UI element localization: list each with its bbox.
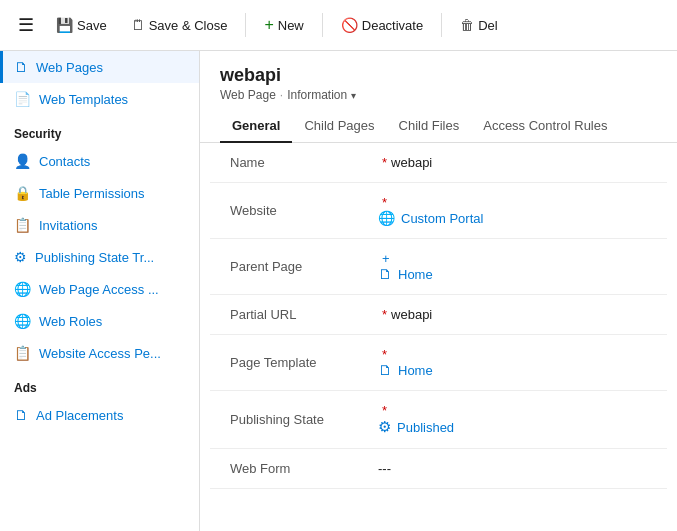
- sidebar-item-web-templates[interactable]: 📄Web Templates: [0, 83, 199, 115]
- tabs-bar: GeneralChild PagesChild FilesAccess Cont…: [200, 110, 677, 143]
- contacts-icon: 👤: [14, 153, 31, 169]
- deactivate-button[interactable]: 🚫 Deactivate: [331, 12, 433, 38]
- publishing-state-label: Publishing State Tr...: [35, 250, 154, 265]
- form-value-cell: *⚙Published: [370, 391, 667, 449]
- published-text: Published: [397, 420, 454, 435]
- required-indicator: *: [382, 195, 387, 210]
- web-pages-icon: 🗋: [14, 59, 28, 75]
- form-value-cell: *🗋Home: [370, 335, 667, 391]
- save-close-button[interactable]: 🗒 Save & Close: [121, 12, 238, 38]
- sidebar-item-invitations[interactable]: 📋Invitations: [0, 209, 199, 241]
- form-value-cell: *webapi: [370, 295, 667, 335]
- sidebar: 🗋Web Pages📄Web TemplatesSecurity👤Contact…: [0, 51, 200, 531]
- sidebar-item-web-page-access[interactable]: 🌐Web Page Access ...: [0, 273, 199, 305]
- required-indicator: *: [382, 155, 387, 170]
- ad-placements-label: Ad Placements: [36, 408, 123, 423]
- toolbar-divider-3: [441, 13, 442, 37]
- field-link-text: Home: [398, 267, 433, 282]
- web-page-access-icon: 🌐: [14, 281, 31, 297]
- save-close-icon: 🗒: [131, 17, 145, 33]
- tab-child-pages[interactable]: Child Pages: [292, 110, 386, 143]
- invitations-label: Invitations: [39, 218, 98, 233]
- toolbar-divider-2: [322, 13, 323, 37]
- form-label: Web Form: [210, 449, 370, 489]
- field-link-icon: 🌐: [378, 210, 395, 226]
- form-area: Name *webapi Website *🌐Custom Portal Par…: [200, 143, 677, 531]
- sidebar-section-ads: Ads: [0, 369, 199, 399]
- sidebar-item-ad-placements[interactable]: 🗋Ad Placements: [0, 399, 199, 431]
- delete-button[interactable]: 🗑 Del: [450, 12, 508, 38]
- form-row-page-template: Page Template *🗋Home: [210, 335, 667, 391]
- breadcrumb: Web Page · Information ▾: [220, 88, 657, 102]
- chevron-down-icon: ▾: [351, 90, 356, 101]
- required-indicator: +: [382, 251, 390, 266]
- sidebar-item-publishing-state[interactable]: ⚙Publishing State Tr...: [0, 241, 199, 273]
- new-icon: +: [264, 16, 273, 34]
- form-row-website: Website *🌐Custom Portal: [210, 183, 667, 239]
- form-value-cell: *🌐Custom Portal: [370, 183, 667, 239]
- hamburger-menu[interactable]: ☰: [10, 6, 42, 44]
- toolbar: ☰ 💾 Save 🗒 Save & Close + New 🚫 Deactiva…: [0, 0, 677, 51]
- sidebar-item-table-permissions[interactable]: 🔒Table Permissions: [0, 177, 199, 209]
- invitations-icon: 📋: [14, 217, 31, 233]
- field-link-text: Home: [398, 363, 433, 378]
- field-link-icon: 🗋: [378, 362, 392, 378]
- save-button[interactable]: 💾 Save: [46, 12, 117, 38]
- form-value-cell: +🗋Home: [370, 239, 667, 295]
- published-icon: ⚙: [378, 418, 391, 436]
- field-link-icon: 🗋: [378, 266, 392, 282]
- field-link-value[interactable]: 🗋Home: [378, 362, 659, 378]
- field-link-value[interactable]: 🗋Home: [378, 266, 659, 282]
- page-title: webapi: [220, 65, 657, 86]
- form-label: Website: [210, 183, 370, 239]
- main-layout: 🗋Web Pages📄Web TemplatesSecurity👤Contact…: [0, 51, 677, 531]
- web-roles-label: Web Roles: [39, 314, 102, 329]
- form-row-parent-page: Parent Page +🗋Home: [210, 239, 667, 295]
- form-value-cell: *webapi: [370, 143, 667, 183]
- table-permissions-label: Table Permissions: [39, 186, 145, 201]
- website-access-icon: 📋: [14, 345, 31, 361]
- tab-child-files[interactable]: Child Files: [387, 110, 472, 143]
- form-row-name: Name *webapi: [210, 143, 667, 183]
- tab-general[interactable]: General: [220, 110, 292, 143]
- sidebar-item-web-roles[interactable]: 🌐Web Roles: [0, 305, 199, 337]
- form-table: Name *webapi Website *🌐Custom Portal Par…: [210, 143, 667, 489]
- sidebar-item-contacts[interactable]: 👤Contacts: [0, 145, 199, 177]
- form-label: Name: [210, 143, 370, 183]
- web-pages-label: Web Pages: [36, 60, 103, 75]
- field-value: ---: [378, 461, 391, 476]
- form-label: Partial URL: [210, 295, 370, 335]
- website-access-label: Website Access Pe...: [39, 346, 161, 361]
- breadcrumb-dropdown[interactable]: Information ▾: [287, 88, 356, 102]
- field-link-text: Custom Portal: [401, 211, 483, 226]
- sidebar-item-web-pages[interactable]: 🗋Web Pages: [0, 51, 199, 83]
- table-permissions-icon: 🔒: [14, 185, 31, 201]
- breadcrumb-section: Information: [287, 88, 347, 102]
- breadcrumb-type: Web Page: [220, 88, 276, 102]
- form-label: Parent Page: [210, 239, 370, 295]
- required-indicator: *: [382, 403, 387, 418]
- content-area: webapi Web Page · Information ▾ GeneralC…: [200, 51, 677, 531]
- form-value-cell: ---: [370, 449, 667, 489]
- form-row-publishing-state: Publishing State *⚙Published: [210, 391, 667, 449]
- form-label: Page Template: [210, 335, 370, 391]
- page-header: webapi Web Page · Information ▾: [200, 51, 677, 102]
- published-badge: ⚙Published: [378, 418, 659, 436]
- web-templates-label: Web Templates: [39, 92, 128, 107]
- form-row-partial-url: Partial URL *webapi: [210, 295, 667, 335]
- field-value: webapi: [391, 307, 432, 322]
- sidebar-section-security: Security: [0, 115, 199, 145]
- deactivate-icon: 🚫: [341, 17, 358, 33]
- contacts-label: Contacts: [39, 154, 90, 169]
- field-link-value[interactable]: 🌐Custom Portal: [378, 210, 659, 226]
- required-indicator: *: [382, 347, 387, 362]
- web-roles-icon: 🌐: [14, 313, 31, 329]
- breadcrumb-separator: ·: [280, 88, 283, 102]
- form-row-web-form: Web Form ---: [210, 449, 667, 489]
- sidebar-item-website-access[interactable]: 📋Website Access Pe...: [0, 337, 199, 369]
- web-templates-icon: 📄: [14, 91, 31, 107]
- new-button[interactable]: + New: [254, 11, 313, 39]
- tab-access-control-rules[interactable]: Access Control Rules: [471, 110, 619, 143]
- web-page-access-label: Web Page Access ...: [39, 282, 159, 297]
- delete-icon: 🗑: [460, 17, 474, 33]
